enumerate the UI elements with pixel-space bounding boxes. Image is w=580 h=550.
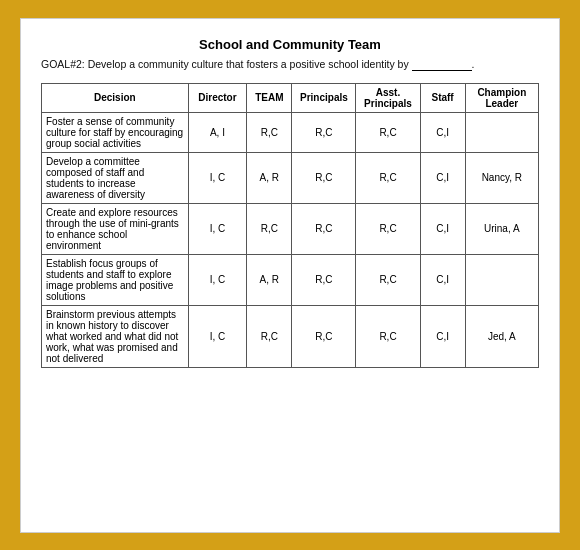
col-header-decision: Decision [42,83,189,112]
table-cell-4-5: C,I [420,305,465,367]
table-cell-0-5: C,I [420,112,465,152]
page-title: School and Community Team [41,37,539,52]
col-header-staff: Staff [420,83,465,112]
table-cell-0-1: A, I [188,112,247,152]
table-row: Brainstorm previous attempts in known hi… [42,305,539,367]
table-cell-3-0: Establish focus groups of students and s… [42,254,189,305]
table-cell-2-5: C,I [420,203,465,254]
table-cell-1-3: R,C [292,152,356,203]
table-cell-1-4: R,C [356,152,420,203]
goal-text: GOAL#2: Develop a community culture that… [41,58,409,70]
goal-blank [412,58,472,71]
table-cell-2-1: I, C [188,203,247,254]
table-cell-3-4: R,C [356,254,420,305]
table-cell-4-3: R,C [292,305,356,367]
page: School and Community Team GOAL#2: Develo… [20,18,560,533]
table-row: Develop a committee composed of staff an… [42,152,539,203]
table-cell-4-6: Jed, A [465,305,538,367]
table-cell-3-1: I, C [188,254,247,305]
table-cell-2-3: R,C [292,203,356,254]
table-row: Establish focus groups of students and s… [42,254,539,305]
table-cell-1-6: Nancy, R [465,152,538,203]
table-cell-1-1: I, C [188,152,247,203]
table-cell-2-2: R,C [247,203,292,254]
table-cell-3-2: A, R [247,254,292,305]
table-cell-3-3: R,C [292,254,356,305]
table-cell-3-5: C,I [420,254,465,305]
col-header-champion: Champion Leader [465,83,538,112]
table-cell-0-4: R,C [356,112,420,152]
col-header-team: TEAM [247,83,292,112]
table-cell-1-2: A, R [247,152,292,203]
table-row: Foster a sense of community culture for … [42,112,539,152]
main-table: Decision Director TEAM Principals Asst. … [41,83,539,368]
table-cell-2-6: Urina, A [465,203,538,254]
table-cell-0-6 [465,112,538,152]
col-header-director: Director [188,83,247,112]
table-cell-3-6 [465,254,538,305]
table-cell-4-1: I, C [188,305,247,367]
table-cell-2-4: R,C [356,203,420,254]
goal-line: GOAL#2: Develop a community culture that… [41,58,539,71]
table-header-row: Decision Director TEAM Principals Asst. … [42,83,539,112]
table-cell-4-4: R,C [356,305,420,367]
table-cell-4-0: Brainstorm previous attempts in known hi… [42,305,189,367]
table-cell-4-2: R,C [247,305,292,367]
table-cell-0-2: R,C [247,112,292,152]
table-cell-0-0: Foster a sense of community culture for … [42,112,189,152]
table-row: Create and explore resources through the… [42,203,539,254]
table-cell-1-5: C,I [420,152,465,203]
table-cell-1-0: Develop a committee composed of staff an… [42,152,189,203]
table-cell-0-3: R,C [292,112,356,152]
table-cell-2-0: Create and explore resources through the… [42,203,189,254]
col-header-principals: Principals [292,83,356,112]
col-header-asst-principals: Asst. Principals [356,83,420,112]
